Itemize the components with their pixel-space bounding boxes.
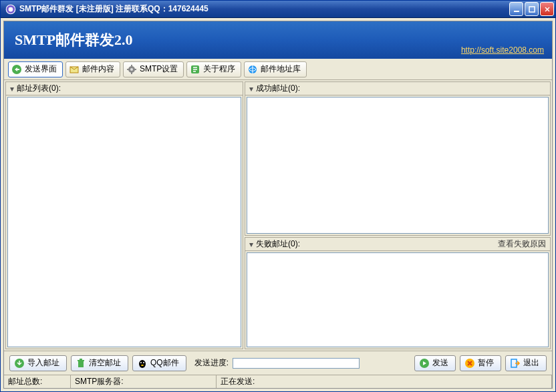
pause-button[interactable]: 暂停 (460, 355, 501, 371)
smtp-settings-icon (126, 64, 137, 75)
success-panel: ▾ 成功邮址(0): (245, 81, 551, 236)
clear-address-button[interactable]: 清空邮址 (71, 355, 128, 371)
tab-label: 发送界面 (25, 63, 57, 75)
success-body[interactable] (247, 97, 549, 234)
progress-bar (233, 358, 360, 369)
tab-label: 关于程序 (203, 63, 235, 75)
view-fail-reason-link[interactable]: 查看失败原因 (498, 238, 546, 250)
exit-icon (510, 358, 521, 369)
content-area: ▾ 邮址列表(0): ▾ 成功邮址(0): ▾ (4, 80, 552, 351)
header-link[interactable]: http://soft.site2008.com (461, 45, 544, 55)
chevron-down-icon: ▾ (249, 240, 253, 249)
tab-address-db[interactable]: 邮件地址库 (244, 61, 307, 77)
pause-icon (464, 358, 475, 369)
import-address-button[interactable]: 导入邮址 (9, 355, 67, 371)
svg-rect-19 (78, 360, 84, 361)
fail-body[interactable] (247, 252, 549, 347)
svg-rect-20 (80, 359, 82, 360)
button-label: 导入邮址 (27, 357, 59, 369)
status-total: 邮址总数: (4, 375, 71, 388)
tab-label: 邮件地址库 (261, 63, 301, 75)
about-icon (190, 64, 200, 75)
svg-rect-12 (127, 69, 129, 70)
window-controls (509, 2, 554, 16)
app-icon (5, 3, 17, 15)
tab-mail-content[interactable]: 邮件内容 (65, 61, 120, 77)
fail-panel: ▾ 失败邮址(0): 查看失败原因 (245, 237, 551, 349)
app-window: SMTP邮件群发 [未注册版] 注册联系QQ：147624445 SMTP邮件群… (0, 0, 556, 392)
address-list-header: ▾ 邮址列表(0): (6, 82, 243, 95)
status-sending: 正在发送: (217, 375, 552, 388)
import-icon (14, 358, 25, 369)
address-db-icon (247, 64, 258, 75)
fail-header: ▾ 失败邮址(0): 查看失败原因 (245, 238, 550, 251)
window-title: SMTP邮件群发 [未注册版] 注册联系QQ：147624445 (19, 3, 509, 15)
svg-rect-10 (131, 65, 132, 67)
fail-label: 失败邮址(0): (256, 238, 300, 250)
right-column: ▾ 成功邮址(0): ▾ 失败邮址(0): 查看失败原因 (245, 81, 551, 349)
tab-smtp-settings[interactable]: SMTP设置 (123, 61, 184, 77)
svg-point-23 (143, 362, 144, 363)
svg-point-9 (130, 68, 133, 71)
svg-rect-3 (529, 7, 535, 12)
button-label: 暂停 (478, 357, 494, 369)
button-label: 清空邮址 (89, 357, 121, 369)
send-icon (419, 358, 430, 369)
button-label: 退出 (523, 357, 539, 369)
tab-send-interface[interactable]: 发送界面 (8, 61, 63, 77)
svg-rect-18 (78, 361, 84, 367)
send-button[interactable]: 发送 (414, 355, 456, 371)
progress-label: 发送进度: (194, 357, 229, 369)
qq-mail-button[interactable]: QQ邮件 (132, 355, 186, 371)
success-header: ▾ 成功邮址(0): (245, 82, 550, 95)
svg-rect-2 (514, 11, 519, 12)
titlebar[interactable]: SMTP邮件群发 [未注册版] 注册联系QQ：147624445 (1, 1, 555, 18)
minimize-button[interactable] (509, 2, 523, 16)
address-list-panel: ▾ 邮址列表(0): (5, 81, 243, 349)
statusbar: 邮址总数: SMTP服务器: 正在发送: (4, 375, 552, 388)
header-banner: SMTP邮件群发2.0 http://soft.site2008.com (4, 21, 552, 59)
svg-rect-13 (134, 69, 136, 70)
tab-label: SMTP设置 (140, 63, 178, 75)
status-smtp: SMTP服务器: (71, 375, 217, 388)
chevron-down-icon: ▾ (249, 84, 253, 93)
maximize-button[interactable] (525, 2, 539, 16)
mail-content-icon (69, 64, 80, 75)
minimize-icon (513, 6, 520, 13)
header-title: SMTP邮件群发2.0 (15, 30, 133, 50)
button-label: 发送 (432, 357, 448, 369)
qq-icon (137, 358, 148, 369)
bottom-bar: 导入邮址 清空邮址 QQ邮件 发送进度: 发送 暂停 (4, 351, 552, 375)
button-label: QQ邮件 (150, 357, 179, 369)
send-interface-icon (11, 64, 22, 75)
svg-point-24 (141, 365, 144, 366)
tab-label: 邮件内容 (82, 63, 114, 75)
tab-about[interactable]: 关于程序 (186, 61, 241, 77)
toolbar: 发送界面 邮件内容 SMTP设置 关于程序 邮件地址库 (4, 59, 552, 80)
maximize-icon (529, 6, 535, 13)
svg-point-1 (9, 7, 13, 11)
address-list-label: 邮址列表(0): (17, 83, 61, 94)
inner-frame: SMTP邮件群发2.0 http://soft.site2008.com 发送界… (3, 21, 553, 389)
left-column: ▾ 邮址列表(0): (5, 81, 243, 349)
close-button[interactable] (540, 2, 554, 16)
success-label: 成功邮址(0): (256, 83, 300, 94)
exit-button[interactable]: 退出 (505, 355, 547, 371)
svg-point-22 (140, 362, 142, 363)
svg-rect-11 (131, 72, 132, 74)
clear-icon (76, 358, 86, 369)
close-icon (544, 6, 551, 13)
address-list-body[interactable] (7, 97, 241, 347)
svg-point-21 (139, 360, 146, 368)
chevron-down-icon: ▾ (10, 84, 14, 93)
